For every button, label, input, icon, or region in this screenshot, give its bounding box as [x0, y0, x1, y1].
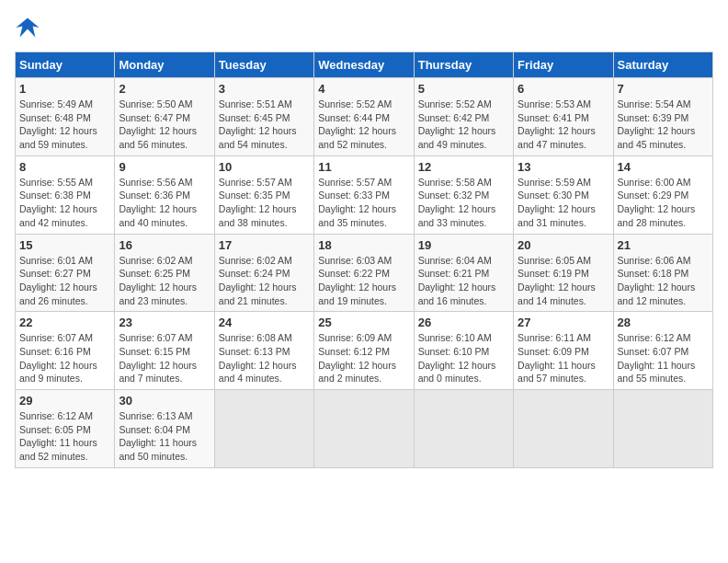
- day-number: 12: [418, 160, 509, 174]
- day-number: 5: [418, 82, 509, 96]
- day-detail: Sunrise: 6:06 AMSunset: 6:18 PMDaylight:…: [618, 254, 709, 308]
- day-number: 24: [219, 316, 310, 329]
- day-detail: Sunrise: 5:56 AMSunset: 6:36 PMDaylight:…: [119, 176, 210, 230]
- day-number: 23: [119, 316, 210, 329]
- day-detail: Sunrise: 5:54 AMSunset: 6:39 PMDaylight:…: [618, 98, 709, 152]
- calendar-cell: 25Sunrise: 6:09 AMSunset: 6:12 PMDayligh…: [314, 312, 414, 390]
- day-number: 16: [119, 238, 210, 252]
- day-detail: Sunrise: 5:59 AMSunset: 6:30 PMDaylight:…: [518, 176, 609, 230]
- day-detail: Sunrise: 6:03 AMSunset: 6:22 PMDaylight:…: [318, 254, 409, 308]
- calendar-cell: 7Sunrise: 5:54 AMSunset: 6:39 PMDaylight…: [613, 78, 712, 156]
- day-detail: Sunrise: 5:57 AMSunset: 6:35 PMDaylight:…: [219, 176, 310, 230]
- weekday-header: Friday: [514, 52, 613, 78]
- day-detail: Sunrise: 5:52 AMSunset: 6:42 PMDaylight:…: [418, 98, 509, 152]
- day-detail: Sunrise: 6:02 AMSunset: 6:25 PMDaylight:…: [119, 254, 210, 308]
- day-number: 4: [318, 82, 409, 96]
- day-detail: Sunrise: 6:05 AMSunset: 6:19 PMDaylight:…: [518, 254, 609, 308]
- day-detail: Sunrise: 6:00 AMSunset: 6:29 PMDaylight:…: [618, 176, 709, 230]
- day-number: 29: [19, 394, 110, 408]
- weekday-header: Tuesday: [214, 52, 313, 78]
- day-number: 20: [518, 238, 609, 252]
- calendar-cell: 23Sunrise: 6:07 AMSunset: 6:15 PMDayligh…: [115, 312, 214, 390]
- day-number: 26: [418, 316, 509, 329]
- day-number: 13: [518, 160, 609, 174]
- calendar-cell: 17Sunrise: 6:02 AMSunset: 6:24 PMDayligh…: [214, 234, 313, 312]
- day-number: 6: [518, 82, 609, 96]
- weekday-header: Wednesday: [314, 52, 414, 78]
- day-detail: Sunrise: 5:55 AMSunset: 6:38 PMDaylight:…: [19, 176, 110, 230]
- day-number: 15: [19, 238, 110, 252]
- day-number: 18: [318, 238, 409, 252]
- calendar-cell: 13Sunrise: 5:59 AMSunset: 6:30 PMDayligh…: [514, 155, 613, 234]
- day-number: 28: [618, 316, 709, 329]
- day-number: 17: [219, 238, 310, 252]
- day-number: 2: [119, 82, 210, 96]
- day-detail: Sunrise: 6:08 AMSunset: 6:13 PMDaylight:…: [219, 331, 310, 385]
- calendar-cell: 18Sunrise: 6:03 AMSunset: 6:22 PMDayligh…: [314, 234, 414, 312]
- calendar-cell: [414, 390, 513, 468]
- day-number: 10: [219, 160, 310, 174]
- calendar-cell: [514, 390, 613, 468]
- day-detail: Sunrise: 5:58 AMSunset: 6:32 PMDaylight:…: [418, 176, 509, 230]
- day-number: 3: [219, 82, 310, 96]
- weekday-header: Sunday: [16, 52, 115, 78]
- calendar-cell: 14Sunrise: 6:00 AMSunset: 6:29 PMDayligh…: [613, 155, 712, 234]
- calendar-cell: 22Sunrise: 6:07 AMSunset: 6:16 PMDayligh…: [16, 312, 115, 390]
- weekday-header: Saturday: [613, 52, 712, 78]
- calendar-cell: 26Sunrise: 6:10 AMSunset: 6:10 PMDayligh…: [414, 312, 513, 390]
- day-number: 30: [119, 394, 210, 408]
- day-detail: Sunrise: 5:53 AMSunset: 6:41 PMDaylight:…: [518, 98, 609, 152]
- day-number: 9: [119, 160, 210, 174]
- calendar-cell: 28Sunrise: 6:12 AMSunset: 6:07 PMDayligh…: [613, 312, 712, 390]
- day-detail: Sunrise: 6:12 AMSunset: 6:07 PMDaylight:…: [618, 331, 709, 385]
- day-detail: Sunrise: 6:04 AMSunset: 6:21 PMDaylight:…: [418, 254, 509, 308]
- day-detail: Sunrise: 5:51 AMSunset: 6:45 PMDaylight:…: [219, 98, 310, 152]
- calendar-cell: [314, 390, 414, 468]
- day-detail: Sunrise: 5:52 AMSunset: 6:44 PMDaylight:…: [318, 98, 409, 152]
- calendar-cell: 2Sunrise: 5:50 AMSunset: 6:47 PMDaylight…: [115, 78, 214, 156]
- calendar-cell: 21Sunrise: 6:06 AMSunset: 6:18 PMDayligh…: [613, 234, 712, 312]
- day-detail: Sunrise: 6:07 AMSunset: 6:15 PMDaylight:…: [119, 331, 210, 385]
- calendar-cell: 29Sunrise: 6:12 AMSunset: 6:05 PMDayligh…: [16, 390, 115, 468]
- day-detail: Sunrise: 6:02 AMSunset: 6:24 PMDaylight:…: [219, 254, 310, 308]
- weekday-header: Thursday: [414, 52, 513, 78]
- day-number: 25: [318, 316, 409, 329]
- day-detail: Sunrise: 5:50 AMSunset: 6:47 PMDaylight:…: [119, 98, 210, 152]
- day-number: 21: [618, 238, 709, 252]
- logo-icon: [15, 15, 40, 40]
- logo: [15, 15, 44, 40]
- day-number: 11: [318, 160, 409, 174]
- calendar-cell: 30Sunrise: 6:13 AMSunset: 6:04 PMDayligh…: [115, 390, 214, 468]
- day-number: 27: [518, 316, 609, 329]
- calendar-cell: 3Sunrise: 5:51 AMSunset: 6:45 PMDaylight…: [214, 78, 313, 156]
- calendar-cell: 15Sunrise: 6:01 AMSunset: 6:27 PMDayligh…: [16, 234, 115, 312]
- calendar-cell: 1Sunrise: 5:49 AMSunset: 6:48 PMDaylight…: [16, 78, 115, 156]
- calendar-cell: 27Sunrise: 6:11 AMSunset: 6:09 PMDayligh…: [514, 312, 613, 390]
- calendar-cell: 19Sunrise: 6:04 AMSunset: 6:21 PMDayligh…: [414, 234, 513, 312]
- calendar-cell: 12Sunrise: 5:58 AMSunset: 6:32 PMDayligh…: [414, 155, 513, 234]
- calendar-cell: [613, 390, 712, 468]
- calendar-cell: 24Sunrise: 6:08 AMSunset: 6:13 PMDayligh…: [214, 312, 313, 390]
- day-number: 1: [19, 82, 110, 96]
- page-header: [15, 15, 713, 40]
- day-detail: Sunrise: 5:57 AMSunset: 6:33 PMDaylight:…: [318, 176, 409, 230]
- day-detail: Sunrise: 6:12 AMSunset: 6:05 PMDaylight:…: [19, 409, 110, 464]
- day-number: 8: [19, 160, 110, 174]
- calendar-cell: [214, 390, 313, 468]
- day-number: 14: [618, 160, 709, 174]
- day-detail: Sunrise: 6:11 AMSunset: 6:09 PMDaylight:…: [518, 331, 609, 385]
- day-number: 19: [418, 238, 509, 252]
- day-detail: Sunrise: 5:49 AMSunset: 6:48 PMDaylight:…: [19, 98, 110, 152]
- day-detail: Sunrise: 6:10 AMSunset: 6:10 PMDaylight:…: [418, 331, 509, 385]
- day-detail: Sunrise: 6:01 AMSunset: 6:27 PMDaylight:…: [19, 254, 110, 308]
- calendar-cell: 11Sunrise: 5:57 AMSunset: 6:33 PMDayligh…: [314, 155, 414, 234]
- day-detail: Sunrise: 6:13 AMSunset: 6:04 PMDaylight:…: [119, 409, 210, 464]
- day-detail: Sunrise: 6:09 AMSunset: 6:12 PMDaylight:…: [318, 331, 409, 385]
- calendar-cell: 16Sunrise: 6:02 AMSunset: 6:25 PMDayligh…: [115, 234, 214, 312]
- day-detail: Sunrise: 6:07 AMSunset: 6:16 PMDaylight:…: [19, 331, 110, 385]
- calendar-cell: 4Sunrise: 5:52 AMSunset: 6:44 PMDaylight…: [314, 78, 414, 156]
- calendar-cell: 8Sunrise: 5:55 AMSunset: 6:38 PMDaylight…: [16, 155, 115, 234]
- calendar-cell: 10Sunrise: 5:57 AMSunset: 6:35 PMDayligh…: [214, 155, 313, 234]
- calendar-cell: 20Sunrise: 6:05 AMSunset: 6:19 PMDayligh…: [514, 234, 613, 312]
- weekday-header: Monday: [115, 52, 214, 78]
